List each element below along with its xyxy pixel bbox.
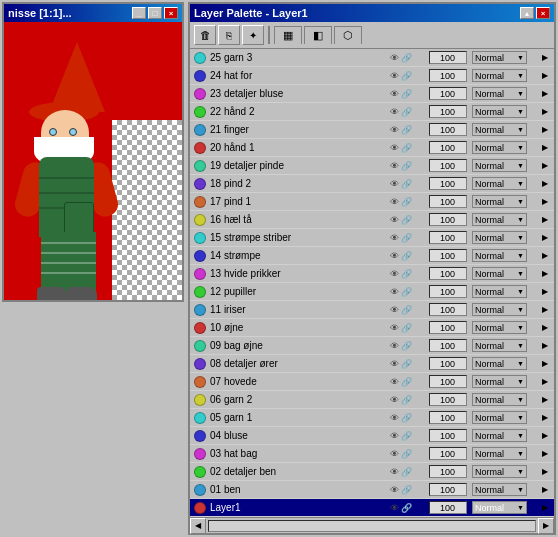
layer-expand[interactable]: ▶	[540, 53, 550, 62]
eye-icon[interactable]: 👁	[390, 161, 399, 171]
eye-icon[interactable]: 👁	[390, 179, 399, 189]
layer-expand[interactable]: ▶	[540, 107, 550, 116]
layer-row[interactable]: 25 garn 3 👁 🔗 100 Normal ▼ ▶	[190, 49, 554, 67]
layer-expand[interactable]: ▶	[540, 305, 550, 314]
opacity-value[interactable]: 100	[429, 69, 467, 82]
opacity-value[interactable]: 100	[429, 249, 467, 262]
eye-icon[interactable]: 👁	[390, 377, 399, 387]
mode-dropdown[interactable]: Normal ▼	[472, 303, 527, 316]
layer-row[interactable]: 05 garn 1 👁 🔗 100 Normal ▼ ▶	[190, 409, 554, 427]
layer-row[interactable]: 21 finger 👁 🔗 100 Normal ▼ ▶	[190, 121, 554, 139]
layer-row[interactable]: 01 ben 👁 🔗 100 Normal ▼ ▶	[190, 481, 554, 499]
opacity-value[interactable]: 100	[429, 465, 467, 478]
eye-icon[interactable]: 👁	[390, 125, 399, 135]
layer-row[interactable]: 10 øjne 👁 🔗 100 Normal ▼ ▶	[190, 319, 554, 337]
eye-icon[interactable]: 👁	[390, 395, 399, 405]
layer-expand[interactable]: ▶	[540, 197, 550, 206]
opacity-value[interactable]: 100	[429, 195, 467, 208]
layer-expand[interactable]: ▶	[540, 233, 550, 242]
close-button[interactable]: ×	[164, 7, 178, 19]
mode-dropdown[interactable]: Normal ▼	[472, 357, 527, 370]
layer-row[interactable]: Layer1 👁 🔗 100 Normal ▼ ▶	[190, 499, 554, 517]
layer-expand[interactable]: ▶	[540, 215, 550, 224]
mode-dropdown[interactable]: Normal ▼	[472, 321, 527, 334]
mode-dropdown[interactable]: Normal ▼	[472, 195, 527, 208]
layer-row[interactable]: 18 pind 2 👁 🔗 100 Normal ▼ ▶	[190, 175, 554, 193]
layer-expand[interactable]: ▶	[540, 179, 550, 188]
opacity-value[interactable]: 100	[429, 357, 467, 370]
eye-icon[interactable]: 👁	[390, 467, 399, 477]
mode-dropdown[interactable]: Normal ▼	[472, 141, 527, 154]
scroll-left-button[interactable]: ◀	[190, 518, 206, 534]
mode-dropdown[interactable]: Normal ▼	[472, 339, 527, 352]
layer-row[interactable]: 14 strømpe 👁 🔗 100 Normal ▼ ▶	[190, 247, 554, 265]
mode-dropdown[interactable]: Normal ▼	[472, 501, 527, 514]
layer-row[interactable]: 09 bag øjne 👁 🔗 100 Normal ▼ ▶	[190, 337, 554, 355]
layer-expand[interactable]: ▶	[540, 395, 550, 404]
eye-icon[interactable]: 👁	[390, 107, 399, 117]
layer-expand[interactable]: ▶	[540, 377, 550, 386]
layer-expand[interactable]: ▶	[540, 485, 550, 494]
eye-icon[interactable]: 👁	[390, 251, 399, 261]
opacity-value[interactable]: 100	[429, 339, 467, 352]
horizontal-scrollbar[interactable]: ◀ ▶	[190, 517, 554, 533]
layer-expand[interactable]: ▶	[540, 467, 550, 476]
scroll-right-button[interactable]: ▶	[538, 518, 554, 534]
layer-row[interactable]: 16 hæl tå 👁 🔗 100 Normal ▼ ▶	[190, 211, 554, 229]
layer-row[interactable]: 20 hånd 1 👁 🔗 100 Normal ▼ ▶	[190, 139, 554, 157]
layer-row[interactable]: 02 detaljer ben 👁 🔗 100 Normal ▼ ▶	[190, 463, 554, 481]
palette-close-button[interactable]: ×	[536, 7, 550, 19]
opacity-value[interactable]: 100	[429, 159, 467, 172]
layer-expand[interactable]: ▶	[540, 323, 550, 332]
layer-row[interactable]: 17 pind 1 👁 🔗 100 Normal ▼ ▶	[190, 193, 554, 211]
eye-icon[interactable]: 👁	[390, 197, 399, 207]
eye-icon[interactable]: 👁	[390, 287, 399, 297]
layer-expand[interactable]: ▶	[540, 143, 550, 152]
layer-row[interactable]: 07 hovede 👁 🔗 100 Normal ▼ ▶	[190, 373, 554, 391]
eye-icon[interactable]: 👁	[390, 89, 399, 99]
layer-expand[interactable]: ▶	[540, 71, 550, 80]
layer-row[interactable]: 23 detaljer bluse 👁 🔗 100 Normal ▼ ▶	[190, 85, 554, 103]
mode-dropdown[interactable]: Normal ▼	[472, 447, 527, 460]
palette-minimize-button[interactable]: ▲	[520, 7, 534, 19]
eye-icon[interactable]: 👁	[390, 359, 399, 369]
opacity-value[interactable]: 100	[429, 501, 467, 514]
eye-icon[interactable]: 👁	[390, 269, 399, 279]
eye-icon[interactable]: 👁	[390, 215, 399, 225]
opacity-value[interactable]: 100	[429, 429, 467, 442]
eye-icon[interactable]: 👁	[390, 71, 399, 81]
opacity-value[interactable]: 100	[429, 141, 467, 154]
opacity-value[interactable]: 100	[429, 447, 467, 460]
scrollbar-track[interactable]	[208, 520, 536, 532]
eye-icon[interactable]: 👁	[390, 143, 399, 153]
layer-row[interactable]: 12 pupiller 👁 🔗 100 Normal ▼ ▶	[190, 283, 554, 301]
layer-expand[interactable]: ▶	[540, 359, 550, 368]
mode-dropdown[interactable]: Normal ▼	[472, 159, 527, 172]
layer-row[interactable]: 08 detaljer ører 👁 🔗 100 Normal ▼ ▶	[190, 355, 554, 373]
layer-expand[interactable]: ▶	[540, 431, 550, 440]
new-layer-button[interactable]: ✦	[242, 25, 264, 45]
opacity-value[interactable]: 100	[429, 375, 467, 388]
layer-row[interactable]: 06 garn 2 👁 🔗 100 Normal ▼ ▶	[190, 391, 554, 409]
eye-icon[interactable]: 👁	[390, 485, 399, 495]
mode-dropdown[interactable]: Normal ▼	[472, 69, 527, 82]
mode-dropdown[interactable]: Normal ▼	[472, 231, 527, 244]
eye-icon[interactable]: 👁	[390, 413, 399, 423]
eye-icon[interactable]: 👁	[390, 53, 399, 63]
opacity-value[interactable]: 100	[429, 267, 467, 280]
delete-layer-button[interactable]: 🗑	[194, 25, 216, 45]
opacity-value[interactable]: 100	[429, 303, 467, 316]
tab-paths[interactable]: ⬡	[334, 26, 362, 44]
layers-container[interactable]: 25 garn 3 👁 🔗 100 Normal ▼ ▶ 24 hat for …	[190, 49, 554, 517]
opacity-value[interactable]: 100	[429, 213, 467, 226]
opacity-value[interactable]: 100	[429, 321, 467, 334]
mode-dropdown[interactable]: Normal ▼	[472, 285, 527, 298]
eye-icon[interactable]: 👁	[390, 233, 399, 243]
layer-row[interactable]: 11 iriser 👁 🔗 100 Normal ▼ ▶	[190, 301, 554, 319]
eye-icon[interactable]: 👁	[390, 431, 399, 441]
eye-icon[interactable]: 👁	[390, 503, 399, 513]
layer-row[interactable]: 22 hånd 2 👁 🔗 100 Normal ▼ ▶	[190, 103, 554, 121]
opacity-value[interactable]: 100	[429, 483, 467, 496]
mode-dropdown[interactable]: Normal ▼	[472, 213, 527, 226]
layer-expand[interactable]: ▶	[540, 413, 550, 422]
